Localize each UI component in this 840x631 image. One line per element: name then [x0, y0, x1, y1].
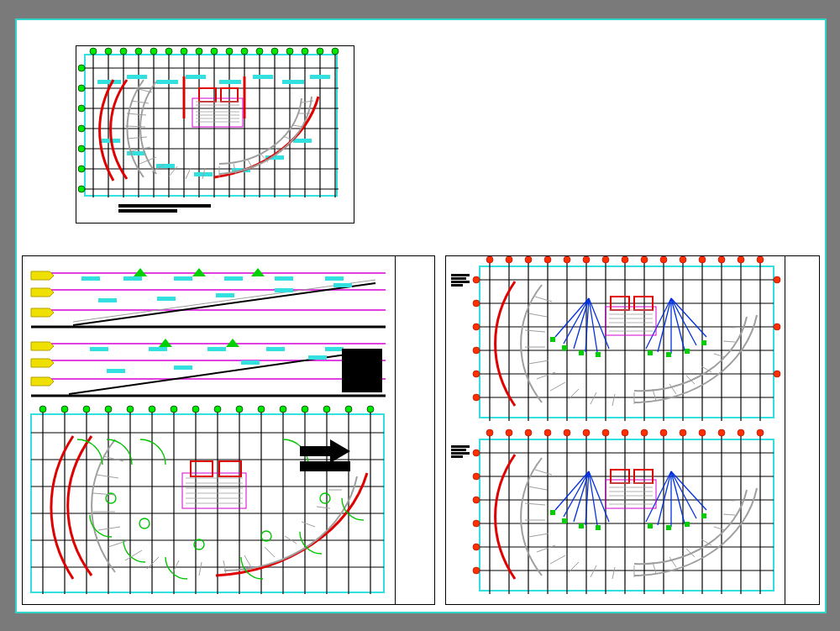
svg-line-102 — [73, 280, 375, 322]
svg-rect-113 — [333, 283, 352, 287]
svg-point-335 — [757, 429, 764, 436]
svg-line-351 — [612, 567, 615, 579]
svg-point-246 — [473, 347, 480, 354]
svg-point-340 — [473, 544, 480, 550]
svg-point-161 — [127, 406, 134, 413]
svg-rect-377 — [666, 525, 671, 530]
svg-line-256 — [528, 360, 549, 364]
svg-point-325 — [564, 429, 570, 436]
svg-rect-123 — [149, 347, 167, 351]
svg-point-327 — [602, 429, 609, 436]
svg-line-277 — [658, 298, 671, 352]
svg-point-232 — [564, 256, 570, 263]
level-b-label — [451, 444, 476, 459]
svg-rect-196 — [191, 461, 213, 476]
svg-rect-52 — [186, 75, 206, 79]
svg-point-31 — [181, 48, 187, 55]
svg-rect-107 — [275, 276, 293, 281]
svg-rect-205 — [300, 461, 350, 471]
svg-rect-56 — [310, 75, 330, 79]
drawing-sheet — [15, 18, 827, 613]
svg-marker-131 — [159, 339, 172, 347]
svg-rect-125 — [266, 347, 285, 351]
svg-line-261 — [612, 394, 615, 406]
svg-point-233 — [583, 256, 590, 263]
plan-1-title — [118, 204, 211, 208]
svg-point-337 — [473, 473, 480, 480]
svg-marker-132 — [226, 339, 239, 347]
svg-point-166 — [236, 406, 243, 413]
plan-1-svg — [76, 46, 354, 223]
svg-marker-115 — [192, 268, 206, 276]
svg-marker-114 — [134, 268, 147, 276]
svg-rect-122 — [90, 347, 108, 351]
svg-rect-126 — [325, 347, 344, 351]
svg-line-69 — [125, 126, 145, 127]
svg-line-358 — [723, 514, 735, 515]
svg-rect-197 — [219, 461, 241, 476]
svg-point-235 — [622, 256, 628, 263]
svg-line-182 — [98, 527, 120, 530]
svg-rect-378 — [685, 522, 690, 527]
svg-point-247 — [473, 371, 480, 377]
svg-point-40 — [317, 48, 323, 55]
svg-rect-287 — [666, 352, 671, 357]
svg-point-30 — [165, 48, 172, 55]
svg-rect-55 — [282, 80, 304, 84]
svg-rect-372 — [550, 510, 555, 515]
svg-point-329 — [641, 429, 648, 436]
svg-rect-51 — [156, 80, 178, 84]
svg-rect-282 — [550, 337, 555, 342]
svg-point-321 — [486, 429, 493, 436]
svg-rect-109 — [98, 298, 117, 302]
svg-point-37 — [271, 48, 278, 55]
svg-point-231 — [544, 256, 551, 263]
svg-line-179 — [97, 475, 118, 478]
svg-point-236 — [641, 256, 648, 263]
svg-point-176 — [261, 531, 271, 541]
svg-rect-58 — [127, 151, 145, 155]
svg-point-229 — [506, 256, 512, 263]
svg-rect-379 — [701, 513, 706, 518]
svg-point-165 — [214, 406, 221, 413]
svg-line-364 — [589, 471, 597, 525]
svg-line-70 — [127, 137, 147, 139]
svg-rect-289 — [701, 340, 706, 345]
svg-line-366 — [646, 471, 671, 522]
svg-point-323 — [525, 429, 532, 436]
svg-line-357 — [714, 527, 725, 530]
svg-rect-285 — [596, 352, 601, 357]
titleblock-2 — [395, 256, 434, 604]
svg-point-48 — [78, 186, 85, 192]
svg-line-253 — [528, 313, 547, 317]
svg-point-332 — [699, 429, 706, 436]
svg-line-367 — [658, 471, 671, 525]
svg-rect-373 — [562, 518, 567, 523]
panel-plan-1 — [76, 45, 354, 223]
svg-rect-374 — [579, 523, 584, 528]
svg-point-174 — [139, 518, 150, 528]
svg-point-230 — [525, 256, 532, 263]
svg-point-43 — [78, 85, 85, 92]
svg-point-239 — [699, 256, 706, 263]
svg-point-162 — [149, 406, 155, 413]
svg-point-45 — [78, 125, 85, 132]
svg-point-249 — [774, 276, 780, 283]
svg-line-193 — [317, 507, 330, 508]
svg-rect-106 — [224, 276, 243, 281]
svg-point-240 — [718, 256, 725, 263]
svg-line-274 — [589, 298, 597, 352]
svg-point-168 — [280, 406, 286, 413]
svg-point-26 — [105, 48, 112, 55]
svg-rect-86 — [192, 98, 243, 127]
svg-point-330 — [660, 429, 667, 436]
svg-rect-283 — [562, 345, 567, 350]
svg-rect-103 — [81, 276, 100, 281]
svg-line-189 — [244, 555, 251, 567]
svg-line-343 — [528, 486, 547, 490]
svg-line-258 — [550, 382, 565, 391]
svg-point-170 — [323, 406, 330, 413]
svg-rect-54 — [253, 75, 273, 79]
svg-point-42 — [78, 65, 85, 71]
svg-point-244 — [473, 300, 480, 307]
